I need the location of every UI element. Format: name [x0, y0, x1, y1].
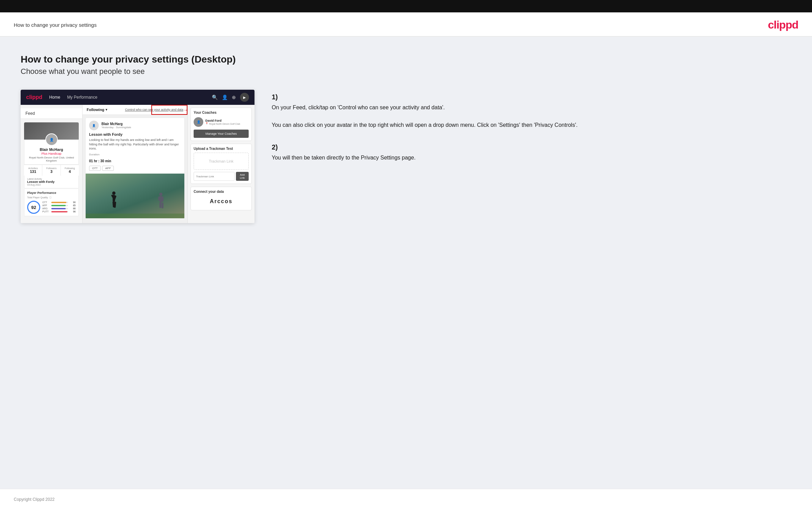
activities-stat: Activities 131 [24, 165, 42, 176]
location-pin-icon: 📍 [205, 122, 208, 125]
app-logo: clippd [26, 94, 42, 100]
instruction-2-text: You will then be taken directly to the P… [272, 153, 791, 162]
site-header: How to change your privacy settings clip… [0, 12, 812, 37]
copyright: Copyright Clippd 2022 [14, 497, 55, 502]
followers-value: 3 [43, 169, 59, 174]
svg-rect-0 [86, 213, 184, 218]
profile-handicap: Plus Handicap [24, 152, 78, 155]
main-content: How to change your privacy settings (Des… [0, 37, 812, 489]
page-subtitle: Choose what you want people to see [21, 67, 791, 76]
svg-point-7 [159, 192, 163, 196]
bar-arg: ARG 86 [42, 207, 76, 210]
svg-rect-11 [160, 202, 161, 208]
app-nav-home[interactable]: Home [49, 95, 60, 100]
coach-row: 👤 David Ford 📍 Royal North Devon Golf Cl… [194, 117, 249, 127]
avatar-button[interactable]: ▶ [240, 93, 249, 102]
instruction-1: 1) On your Feed, click/tap on 'Control w… [272, 93, 791, 130]
svg-point-1 [112, 191, 116, 195]
activities-label: Activities [25, 167, 41, 169]
feed-tab[interactable]: Feed [21, 108, 82, 119]
connect-card: Connect your data Arccos [191, 187, 252, 210]
app-nav-performance[interactable]: My Performance [67, 95, 97, 100]
profile-banner: 👤 [24, 122, 79, 140]
post-body: Looking to feel like my hands are exitin… [86, 138, 184, 153]
post-author-avatar: 👤 [89, 121, 99, 130]
post-image-svg [86, 174, 184, 218]
app-left-sidebar: Feed 👤 Blair McHarg Plus Handicap Royal … [21, 105, 83, 223]
plus-circle-icon[interactable]: ⊕ [232, 95, 236, 100]
trackman-input-row: Add Link [194, 172, 249, 181]
control-privacy-link[interactable]: Control who can see your activity and da… [125, 108, 183, 111]
following-button[interactable]: Following [87, 108, 107, 112]
instruction-2-number: 2) [272, 143, 791, 151]
followers-label: Followers [43, 167, 59, 169]
arccos-logo: Arccos [194, 196, 249, 207]
top-bar [0, 0, 812, 12]
following-value: 4 [62, 169, 78, 174]
page-title: How to change your privacy settings (Des… [21, 54, 791, 65]
instruction-1-number: 1) [272, 93, 791, 101]
bar-putt: PUTT 96 [42, 210, 76, 213]
connect-title: Connect your data [194, 190, 249, 194]
trackman-title: Upload a Trackman Test [194, 147, 249, 151]
coach-avatar: 👤 [194, 117, 203, 127]
latest-activity-date: 03 Aug 2022 [27, 184, 76, 186]
app-navbar: clippd Home My Performance 🔍 👤 ⊕ ▶ [21, 90, 255, 105]
content-layout: clippd Home My Performance 🔍 👤 ⊕ ▶ Feed [21, 90, 791, 223]
coach-club: 📍 Royal North Devon Golf Club [205, 122, 249, 125]
person-icon[interactable]: 👤 [222, 95, 228, 100]
app-feed: Following Control who can see your activ… [83, 105, 187, 223]
clippd-logo: clippd [768, 19, 798, 31]
bar-ott: OTT 90 [42, 201, 76, 203]
post-image [86, 174, 184, 218]
quality-bars: OTT 90 APP [42, 201, 76, 213]
profile-name: Blair McHarg [24, 147, 78, 152]
site-footer: Copyright Clippd 2022 [0, 489, 812, 507]
player-performance: Player Performance Total Player Quality … [24, 189, 79, 216]
performance-title: Player Performance [27, 191, 76, 195]
post-header: 👤 Blair McHarg Yesterday · Sunningdale [86, 118, 184, 132]
svg-rect-12 [162, 202, 163, 208]
instruction-2: 2) You will then be taken directly to th… [272, 143, 791, 162]
profile-card: 👤 Blair McHarg Plus Handicap Royal North… [21, 119, 82, 220]
app-right-sidebar: Your Coaches 👤 David Ford 📍 Royal North … [187, 105, 255, 223]
post-author-name: Blair McHarg [101, 122, 181, 126]
activities-value: 131 [25, 169, 41, 174]
app-nav-icons: 🔍 👤 ⊕ ▶ [212, 93, 249, 102]
manage-coaches-button[interactable]: Manage Your Coaches [194, 130, 249, 138]
svg-rect-10 [162, 196, 163, 201]
header-title: How to change your privacy settings [14, 22, 97, 28]
bar-app: APP 85 [42, 204, 76, 207]
coaches-card: Your Coaches 👤 David Ford 📍 Royal North … [191, 108, 252, 141]
trackman-input[interactable] [194, 172, 235, 181]
instruction-1-text: On your Feed, click/tap on 'Control who … [272, 103, 791, 130]
profile-stats: Activities 131 Followers 3 Following 4 [24, 165, 79, 176]
add-link-button[interactable]: Add Link [236, 172, 249, 181]
following-label: Following [62, 167, 78, 169]
post-duration: Duration [86, 153, 184, 157]
search-icon[interactable]: 🔍 [212, 95, 218, 100]
post-title: Lesson with Fordy [86, 132, 184, 138]
following-bar-container: Following Control who can see your activ… [83, 105, 187, 115]
performance-row: 92 OTT 90 [27, 201, 76, 214]
coach-info: David Ford 📍 Royal North Devon Golf Club [205, 119, 249, 125]
quality-score: 92 [27, 201, 40, 214]
svg-rect-8 [160, 196, 162, 202]
svg-rect-9 [158, 196, 160, 200]
post-tags: OTT APP [86, 166, 184, 174]
post-card: 👤 Blair McHarg Yesterday · Sunningdale L… [85, 118, 185, 219]
app-mockup: clippd Home My Performance 🔍 👤 ⊕ ▶ Feed [21, 90, 255, 223]
trackman-card: Upload a Trackman Test Trackman Link Add… [191, 144, 252, 184]
following-stat: Following 4 [61, 165, 79, 176]
latest-activity-label: Latest Activity [27, 178, 76, 180]
post-location: Yesterday · Sunningdale [101, 126, 181, 129]
quality-title: Total Player Quality ⓘ [27, 196, 76, 199]
tag-app: APP [102, 166, 114, 171]
coaches-title: Your Coaches [194, 111, 249, 114]
latest-activity-value: Lesson with Fordy [27, 180, 76, 184]
info-icon: ⓘ [49, 196, 52, 199]
app-body: Feed 👤 Blair McHarg Plus Handicap Royal … [21, 105, 255, 223]
following-bar: Following Control who can see your activ… [83, 105, 187, 115]
post-meta: Blair McHarg Yesterday · Sunningdale [101, 122, 181, 129]
trackman-placeholder: Trackman Link [194, 153, 249, 170]
